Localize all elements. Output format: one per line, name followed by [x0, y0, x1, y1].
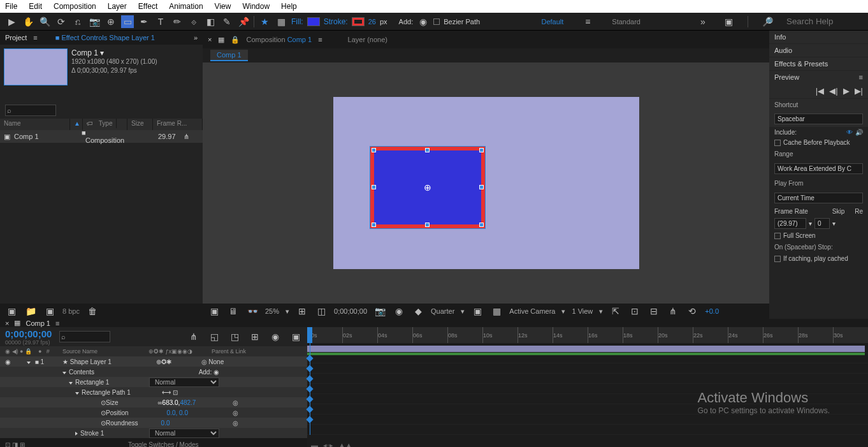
play-icon[interactable]: ▶	[843, 86, 850, 96]
roundness-value[interactable]: 0.0	[161, 420, 170, 427]
tick[interactable]: 24s	[728, 327, 763, 343]
tl-lock-icon[interactable]: ▦	[14, 319, 20, 327]
frame-blend-icon[interactable]: ⊞	[249, 330, 261, 343]
tick[interactable]: 08s	[447, 327, 482, 343]
workspace-menu-icon[interactable]: ≡	[581, 15, 594, 28]
zoom-tool-icon[interactable]: 🔍	[38, 15, 51, 28]
grid-icon[interactable]: ⊞	[296, 305, 308, 318]
handle-rc[interactable]	[479, 185, 484, 189]
workspace-standard[interactable]: Standard	[607, 15, 646, 28]
hdr-size[interactable]: Size	[127, 119, 153, 130]
channel-icon[interactable]: ◉	[393, 305, 405, 318]
tab-project[interactable]: Project	[5, 34, 27, 41]
add-arrow-icon[interactable]: ◉	[417, 15, 430, 28]
playhead-line[interactable]	[310, 343, 310, 435]
rectpath-row[interactable]: Rectangle Path 1 ⟷ ⊡	[0, 387, 307, 397]
first-frame-icon[interactable]: |◀	[816, 86, 824, 96]
rectangle-tool-icon[interactable]: ▭	[121, 15, 134, 28]
panel-toggle-icon[interactable]: ▣	[722, 15, 735, 28]
close-tab-icon[interactable]: ×	[208, 36, 212, 43]
stroke1-row[interactable]: Stroke 1 Normal	[0, 428, 307, 438]
tick[interactable]: 26s	[763, 327, 798, 343]
hdr-framerate[interactable]: Frame R...	[153, 119, 203, 130]
tick[interactable]: 28s	[798, 327, 833, 343]
draft3d-icon[interactable]: ◱	[208, 330, 221, 343]
tick[interactable]: 10s	[482, 327, 517, 343]
interpret-icon[interactable]: ▣	[5, 305, 18, 318]
viewer-menu-icon[interactable]: ≡	[318, 36, 322, 43]
mask-icon[interactable]: ◫	[315, 305, 328, 318]
anchor-tool-icon[interactable]: ⊕	[105, 15, 117, 28]
toggle-switches-button[interactable]: Toggle Switches / Modes	[128, 441, 199, 448]
handle-tc[interactable]	[425, 148, 430, 152]
contents-row[interactable]: Contents Add: ◉	[0, 367, 307, 377]
star-icon[interactable]: ★	[258, 15, 271, 28]
tick[interactable]: 02s	[342, 327, 377, 343]
menu-composition[interactable]: Composition	[54, 2, 96, 11]
panel-effects-presets[interactable]: Effects & Presets	[769, 57, 868, 70]
timeline-tracks[interactable]: 00s 02s 04s 06s 08s 10s 12s 14s 16s 18s …	[307, 327, 868, 447]
zoom-out-icon[interactable]: ▬	[311, 441, 318, 447]
exposure-value[interactable]: +0.0	[705, 307, 719, 315]
menu-edit[interactable]: Edit	[29, 2, 42, 11]
viewer-timecode[interactable]: 0;00;00;00	[334, 307, 367, 315]
folder-icon[interactable]: 📁	[24, 305, 37, 318]
position-row[interactable]: ⊙ Position 0.0, 0.0 ◎	[0, 407, 307, 418]
tick[interactable]: 06s	[412, 327, 447, 343]
tick[interactable]: 22s	[693, 327, 728, 343]
tick[interactable]: 18s	[623, 327, 658, 343]
menu-layer[interactable]: Layer	[108, 2, 127, 11]
checker-icon[interactable]: ▦	[275, 15, 287, 28]
blend-mode-dropdown[interactable]: Normal	[149, 377, 219, 387]
panel-menu-icon[interactable]: ≡	[33, 34, 37, 41]
shy-icon[interactable]: ◳	[228, 330, 241, 343]
menu-window[interactable]: Window	[242, 2, 270, 11]
menu-help[interactable]: Help	[281, 2, 297, 11]
frame-icon[interactable]: ⊞	[20, 441, 25, 448]
tick[interactable]: 12s	[517, 327, 553, 343]
handle-bl[interactable]	[372, 223, 376, 227]
tick[interactable]: 20s	[658, 327, 693, 343]
orbit-tool-icon[interactable]: ⟳	[55, 15, 68, 28]
camera-tool-icon[interactable]: 📷	[88, 15, 101, 28]
roto-tool-icon[interactable]: ✎	[221, 15, 233, 28]
menu-animation[interactable]: Animation	[169, 2, 203, 11]
hdr-parent-link[interactable]: Parent & Link	[212, 348, 246, 355]
anchor-point-icon[interactable]: ⊕	[423, 182, 433, 193]
panel-preview[interactable]: Preview	[774, 73, 799, 81]
subtab-comp1[interactable]: Comp 1	[210, 50, 248, 61]
tab-effect-controls[interactable]: ■ Effect Controls Shape Layer 1	[55, 34, 155, 41]
project-row-comp1[interactable]: ▣ Comp 1 ■ Composition 29.97 ⋔	[0, 130, 203, 143]
tick[interactable]: 04s	[377, 327, 412, 343]
timeline-search-input[interactable]	[59, 331, 110, 342]
switch-icon[interactable]: ◨	[12, 441, 18, 448]
handle-lc[interactable]	[372, 185, 376, 189]
handle-br[interactable]	[479, 223, 484, 227]
bezier-checkbox[interactable]	[433, 18, 440, 25]
display-icon[interactable]: 🖥	[227, 305, 240, 318]
range-dropdown[interactable]	[774, 163, 863, 174]
shortcut-input[interactable]	[774, 114, 863, 124]
menu-effect[interactable]: Effect	[138, 2, 157, 11]
size-row[interactable]: ⊙ Size ∞ 683.0, 482.7 ◎	[0, 397, 307, 407]
hand-tool-icon[interactable]: ✋	[22, 15, 34, 28]
views-dropdown[interactable]: 1 View	[572, 307, 593, 315]
menu-file[interactable]: File	[5, 2, 17, 11]
type-tool-icon[interactable]: T	[154, 15, 167, 28]
include-video-icon[interactable]: 👁	[846, 129, 853, 136]
transparency-icon[interactable]: ▦	[490, 305, 503, 318]
handle-bc[interactable]	[425, 223, 430, 227]
timeline-tab-comp1[interactable]: Comp 1	[25, 319, 50, 327]
composition-canvas[interactable]: ⊕	[333, 97, 639, 269]
project-search-input[interactable]	[5, 105, 56, 116]
chevrons-icon[interactable]: »	[697, 15, 709, 28]
snapshot-icon[interactable]: 📷	[373, 305, 386, 318]
tl-close-icon[interactable]: ×	[5, 319, 9, 327]
puppet-tool-icon[interactable]: 📌	[237, 15, 250, 28]
nav-slider[interactable]: ◂◦▸	[323, 441, 333, 447]
option-icon[interactable]: ⊡	[628, 305, 641, 318]
comp-flow-icon[interactable]: ⋔	[667, 305, 679, 318]
handle-tl[interactable]	[372, 148, 376, 152]
tick[interactable]: 16s	[588, 327, 623, 343]
track-row[interactable]	[307, 343, 868, 353]
